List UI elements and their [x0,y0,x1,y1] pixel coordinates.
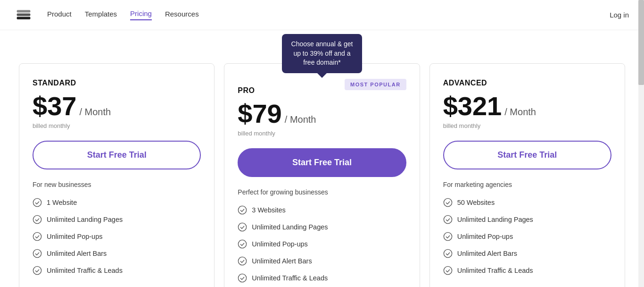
feature-pro-0: 3 Websites [238,205,406,215]
check-icon-advanced-4 [443,266,453,275]
svg-point-10 [239,240,247,248]
pricing-section: Choose annual & get up to 39% off and a … [0,30,644,287]
svg-point-16 [444,249,452,257]
tagline-advanced: For marketing agencies [443,181,611,188]
tooltip-container: Choose annual & get up to 39% off and a … [282,34,362,73]
period-advanced: / Month [504,107,536,118]
cta-advanced[interactable]: Start Free Trial [443,141,611,169]
svg-point-4 [33,215,41,223]
check-icon-pro-0 [238,205,247,215]
nav-right: Log in [610,11,629,19]
check-icon-advanced-0 [443,198,453,207]
feature-pro-1: Unlimited Landing Pages [238,222,406,232]
most-popular-badge: MOST POPULAR [345,79,406,90]
navbar: Product Templates Pricing Resources Log … [0,0,644,30]
check-icon-pro-3 [238,256,247,266]
check-icon-standard-0 [33,198,42,207]
check-icon-standard-1 [33,215,42,224]
svg-point-3 [33,198,41,206]
tagline-standard: For new businesses [33,181,201,188]
check-icon-advanced-1 [443,215,453,224]
billed-pro: billed monthly [238,130,406,137]
svg-point-15 [444,232,452,240]
check-icon-advanced-3 [443,249,453,258]
card-standard: STANDARD $37 / Month billed monthly Star… [19,63,215,287]
feature-advanced-3: Unlimited Alert Bars [443,249,611,258]
check-icon-standard-4 [33,266,42,275]
login-button[interactable]: Log in [610,11,629,19]
cta-standard[interactable]: Start Free Trial [33,141,201,169]
period-pro: / Month [285,114,316,125]
price-row-advanced: $321 / Month [443,93,611,119]
feature-pro-3: Unlimited Alert Bars [238,256,406,266]
feature-advanced-1: Unlimited Landing Pages [443,215,611,224]
check-icon-pro-1 [238,222,247,232]
svg-point-13 [444,198,452,206]
check-icon-advanced-2 [443,232,453,241]
features-pro: 3 Websites Unlimited Landing Pages Unlim… [238,205,406,283]
scrollbar-thumb[interactable] [638,0,644,85]
nav-links: Product Templates Pricing Resources [47,9,610,20]
plan-name-advanced: ADVANCED [443,79,611,87]
svg-point-12 [239,274,247,282]
period-standard: / Month [79,107,111,118]
price-row-standard: $37 / Month [33,93,201,119]
svg-rect-0 [17,17,31,19]
feature-pro-4: Unlimited Traffic & Leads [238,273,406,283]
nav-pricing[interactable]: Pricing [130,9,152,20]
check-icon-pro-4 [238,273,247,283]
tooltip-box: Choose annual & get up to 39% off and a … [282,34,362,73]
billed-standard: billed monthly [33,122,201,129]
feature-standard-4: Unlimited Traffic & Leads [33,266,201,275]
svg-point-8 [239,206,247,214]
logo[interactable] [15,7,32,24]
feature-pro-2: Unlimited Pop-ups [238,239,406,249]
svg-point-11 [239,257,247,265]
feature-standard-0: 1 Website [33,198,201,207]
features-standard: 1 Website Unlimited Landing Pages Unlimi… [33,198,201,275]
feature-standard-3: Unlimited Alert Bars [33,249,201,258]
nav-templates[interactable]: Templates [85,10,117,20]
price-pro: $79 [238,101,281,127]
svg-point-7 [33,266,41,274]
feature-standard-1: Unlimited Landing Pages [33,215,201,224]
check-icon-pro-2 [238,239,247,249]
scrollbar[interactable] [638,0,644,287]
card-advanced: ADVANCED $321 / Month billed monthly Sta… [429,63,625,287]
feature-advanced-2: Unlimited Pop-ups [443,232,611,241]
price-advanced: $321 [443,93,502,119]
svg-rect-1 [17,13,31,16]
feature-standard-2: Unlimited Pop-ups [33,232,201,241]
cta-pro[interactable]: Start Free Trial [238,148,406,177]
nav-resources[interactable]: Resources [165,10,199,20]
card-pro: MOST POPULAR PRO $79 / Month billed mont… [224,63,420,287]
svg-point-9 [239,223,247,231]
check-icon-standard-3 [33,249,42,258]
price-row-pro: $79 / Month [238,101,406,127]
svg-rect-2 [17,10,31,12]
nav-product[interactable]: Product [47,10,72,20]
plan-name-standard: STANDARD [33,79,201,87]
price-standard: $37 [33,93,76,119]
svg-point-14 [444,215,452,223]
tagline-pro: Perfect for growing businesses [238,188,406,196]
cards-grid: STANDARD $37 / Month billed monthly Star… [19,63,625,287]
tooltip-text: Choose annual & get up to 39% off and a … [291,40,353,66]
svg-point-17 [444,266,452,274]
check-icon-standard-2 [33,232,42,241]
svg-point-6 [33,249,41,257]
feature-advanced-0: 50 Websites [443,198,611,207]
feature-advanced-4: Unlimited Traffic & Leads [443,266,611,275]
billed-advanced: billed monthly [443,122,611,129]
svg-point-5 [33,232,41,240]
features-advanced: 50 Websites Unlimited Landing Pages Unli… [443,198,611,275]
